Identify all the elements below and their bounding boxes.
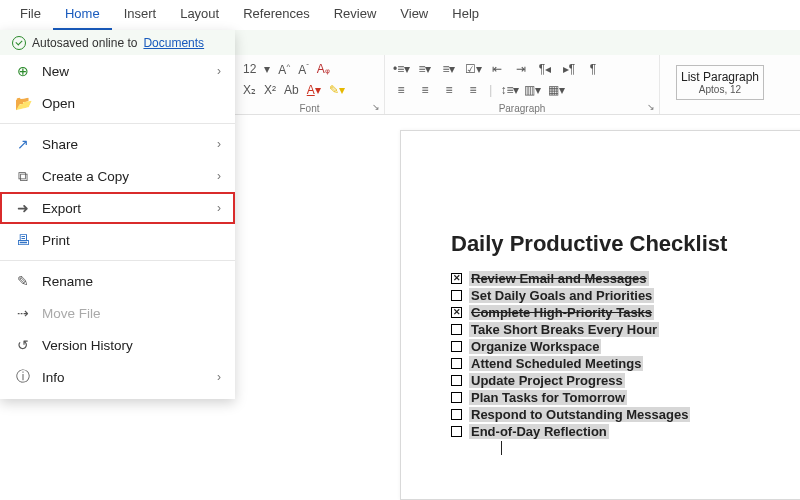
align-right-icon[interactable]: ≡ <box>441 83 457 97</box>
text-cursor <box>501 441 502 455</box>
move-icon: ⇢ <box>14 304 32 322</box>
checklist-item[interactable]: Update Project Progress <box>451 373 769 388</box>
numbering-icon[interactable]: ≡▾ <box>417 62 433 76</box>
checklist-text[interactable]: Organize Workspace <box>469 339 601 354</box>
file-menu-items: ⊕New›📂Open↗Share›⧉Create a Copy›➜Export›… <box>0 55 235 393</box>
file-menu-label: Export <box>42 201 81 216</box>
checkbox-icon[interactable] <box>451 307 462 318</box>
ribbon-group-paragraph: •≡▾ ≡▾ ≡▾ ☑▾ ⇤ ⇥ ¶◂ ▸¶ ¶ ≡ ≡ ≡ ≡ | ↕≡▾ ▥… <box>385 55 660 114</box>
export-icon: ➜ <box>14 199 32 217</box>
checkbox-icon[interactable] <box>451 426 462 437</box>
autosave-location-link[interactable]: Documents <box>143 36 204 50</box>
highlight-icon[interactable]: ✎▾ <box>329 83 345 97</box>
file-menu-move-file: ⇢Move File <box>0 297 235 329</box>
file-menu: Autosaved online to Documents ⊕New›📂Open… <box>0 30 235 399</box>
menu-tab-home[interactable]: Home <box>53 0 112 30</box>
file-menu-label: New <box>42 64 69 79</box>
checklist-item[interactable]: Organize Workspace <box>451 339 769 354</box>
share-icon: ↗ <box>14 135 32 153</box>
menu-tab-file[interactable]: File <box>8 0 53 30</box>
ribbon-group-styles: List Paragraph Aptos, 12 <box>660 55 780 114</box>
checklist-item[interactable]: Take Short Breaks Every Hour <box>451 322 769 337</box>
grow-font-icon[interactable]: A^ <box>278 62 290 77</box>
file-menu-create-a-copy[interactable]: ⧉Create a Copy› <box>0 160 235 192</box>
checkbox-icon[interactable] <box>451 290 462 301</box>
rtl-icon[interactable]: ▸¶ <box>561 62 577 76</box>
file-menu-new[interactable]: ⊕New› <box>0 55 235 87</box>
checklist-text[interactable]: Review Email and Messages <box>469 271 649 286</box>
chevron-right-icon: › <box>217 137 221 151</box>
rename-icon: ✎ <box>14 272 32 290</box>
menu-tab-references[interactable]: References <box>231 0 321 30</box>
file-menu-separator <box>0 260 235 261</box>
checklist-item[interactable]: Review Email and Messages <box>451 271 769 286</box>
checklist-text[interactable]: Take Short Breaks Every Hour <box>469 322 659 337</box>
borders-icon[interactable]: ▦▾ <box>548 83 564 97</box>
checklist-text[interactable]: Respond to Outstanding Messages <box>469 407 690 422</box>
document-page[interactable]: Daily Productive Checklist Review Email … <box>400 130 800 500</box>
file-menu-label: Move File <box>42 306 101 321</box>
checklist-text[interactable]: Update Project Progress <box>469 373 625 388</box>
style-list-paragraph[interactable]: List Paragraph Aptos, 12 <box>676 65 764 100</box>
file-menu-print[interactable]: 🖶Print <box>0 224 235 256</box>
ltr-icon[interactable]: ¶◂ <box>537 62 553 76</box>
font-size-box[interactable]: 12 <box>243 62 256 76</box>
paragraph-dialog-launcher-icon[interactable]: ↘ <box>647 102 655 112</box>
justify-icon[interactable]: ≡ <box>465 83 481 97</box>
subscript-icon[interactable]: X₂ <box>243 83 256 97</box>
info-icon: ⓘ <box>14 368 32 386</box>
decrease-indent-icon[interactable]: ⇤ <box>489 62 505 76</box>
file-menu-open[interactable]: 📂Open <box>0 87 235 119</box>
checkbox-icon[interactable] <box>451 324 462 335</box>
checklist-item[interactable]: Set Daily Goals and Priorities <box>451 288 769 303</box>
font-dialog-launcher-icon[interactable]: ↘ <box>372 102 380 112</box>
chevron-down-icon[interactable]: ▾ <box>264 62 270 76</box>
superscript-icon[interactable]: X² <box>264 83 276 97</box>
checkbox-icon[interactable] <box>451 375 462 386</box>
autosave-text: Autosaved online to <box>32 36 137 50</box>
increase-indent-icon[interactable]: ⇥ <box>513 62 529 76</box>
menu-tab-insert[interactable]: Insert <box>112 0 169 30</box>
menubar: FileHomeInsertLayoutReferencesReviewView… <box>0 0 800 30</box>
clear-format-icon[interactable]: Aᵩ <box>317 62 330 76</box>
checklist-text[interactable]: Set Daily Goals and Priorities <box>469 288 654 303</box>
checklist-text[interactable]: End-of-Day Reflection <box>469 424 609 439</box>
show-marks-icon[interactable]: ¶ <box>585 62 601 76</box>
checklist-item[interactable]: Attend Scheduled Meetings <box>451 356 769 371</box>
change-case-icon[interactable]: Ab <box>284 83 299 97</box>
checklist-text[interactable]: Plan Tasks for Tomorrow <box>469 390 627 405</box>
shading-icon[interactable]: ▥▾ <box>524 83 540 97</box>
checkbox-icon[interactable] <box>451 409 462 420</box>
checkbox-icon[interactable] <box>451 273 462 284</box>
align-center-icon[interactable]: ≡ <box>417 83 433 97</box>
file-menu-info[interactable]: ⓘInfo› <box>0 361 235 393</box>
file-menu-version-history[interactable]: ↺Version History <box>0 329 235 361</box>
align-left-icon[interactable]: ≡ <box>393 83 409 97</box>
font-color-icon[interactable]: A▾ <box>307 83 321 97</box>
document-title[interactable]: Daily Productive Checklist <box>451 231 769 257</box>
line-spacing-icon[interactable]: ↕≡▾ <box>500 83 516 97</box>
file-menu-label: Print <box>42 233 70 248</box>
menu-tab-layout[interactable]: Layout <box>168 0 231 30</box>
menu-tab-review[interactable]: Review <box>322 0 389 30</box>
checklist-item[interactable]: Plan Tasks for Tomorrow <box>451 390 769 405</box>
menu-tab-view[interactable]: View <box>388 0 440 30</box>
chevron-right-icon: › <box>217 169 221 183</box>
checklist-toolbar-icon[interactable]: ☑▾ <box>465 62 481 76</box>
checkbox-icon[interactable] <box>451 358 462 369</box>
file-menu-rename[interactable]: ✎Rename <box>0 265 235 297</box>
checkbox-icon[interactable] <box>451 392 462 403</box>
plus-icon: ⊕ <box>14 62 32 80</box>
checklist-item[interactable]: Respond to Outstanding Messages <box>451 407 769 422</box>
checklist-text[interactable]: Attend Scheduled Meetings <box>469 356 643 371</box>
file-menu-share[interactable]: ↗Share› <box>0 128 235 160</box>
checklist-item[interactable]: End-of-Day Reflection <box>451 424 769 439</box>
multilevel-icon[interactable]: ≡▾ <box>441 62 457 76</box>
checkbox-icon[interactable] <box>451 341 462 352</box>
file-menu-export[interactable]: ➜Export› <box>0 192 235 224</box>
checklist-item[interactable]: Complete High-Priority Tasks <box>451 305 769 320</box>
checklist-text[interactable]: Complete High-Priority Tasks <box>469 305 654 320</box>
shrink-font-icon[interactable]: Aˇ <box>298 62 309 77</box>
menu-tab-help[interactable]: Help <box>440 0 491 30</box>
bullets-icon[interactable]: •≡▾ <box>393 62 409 76</box>
